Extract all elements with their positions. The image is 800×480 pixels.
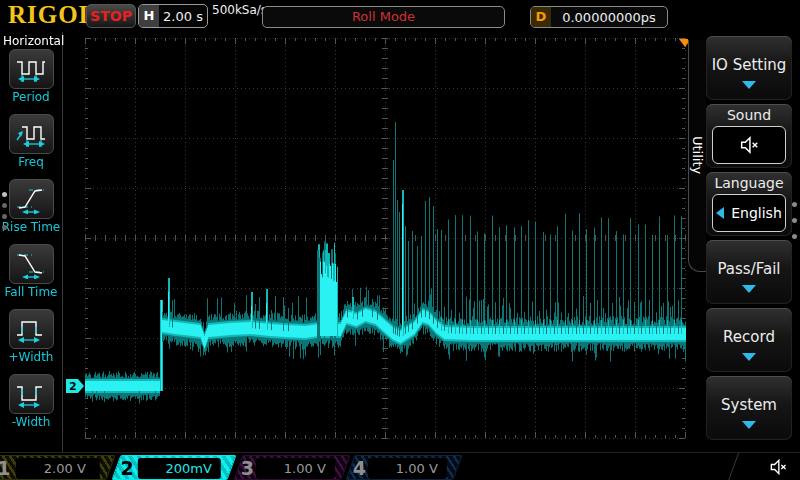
left-menu-title: Horizontal	[0, 32, 62, 49]
fall-time-icon	[9, 244, 54, 284]
channel-2-badge[interactable]: 2 200mV	[111, 455, 236, 480]
delay-box: D 0.00000000ps	[530, 6, 668, 28]
menu-item-label: Fall Time	[4, 285, 57, 299]
softkey-label: IO Setting	[706, 56, 792, 74]
page-dot	[792, 218, 797, 223]
softkey-pass-fail[interactable]: Pass/Fail	[706, 240, 792, 304]
horizontal-timebase-box: H 2.00 s	[138, 4, 208, 28]
plus-width-icon	[9, 309, 54, 349]
menu-item-label: Period	[12, 90, 49, 104]
channel-4-badge[interactable]: 4 1.00 V	[345, 455, 462, 480]
page-dot	[2, 214, 7, 219]
bottom-bar-divider	[728, 453, 739, 480]
channel-scale: 1.00 V	[284, 460, 326, 475]
sound-toggle-button[interactable]	[712, 126, 786, 164]
page-dot	[2, 203, 7, 208]
language-value: English	[731, 205, 782, 221]
softkey-label: Language	[706, 175, 792, 191]
channel-scale: 2.00 V	[44, 460, 86, 475]
softkey-label: System	[706, 396, 792, 414]
channel2-level-marker[interactable]: 2	[66, 378, 85, 394]
chevron-down-icon	[742, 421, 756, 429]
chevron-down-icon	[742, 81, 756, 89]
page-dot	[2, 192, 7, 197]
timebase-value: 2.00 s	[159, 9, 207, 24]
menu-item-label: -Width	[12, 415, 51, 429]
speaker-muted-icon	[768, 457, 788, 477]
left-menu-page-dots	[2, 192, 7, 230]
minus-width-icon	[9, 374, 54, 414]
freq-icon	[9, 114, 54, 154]
delay-value: 0.00000000ps	[551, 10, 667, 25]
channel-status-bar: 1 2.00 V 2 200mV 3 1.00 V	[0, 452, 800, 480]
chevron-down-icon	[742, 353, 756, 361]
waveform-display	[0, 0, 800, 480]
softkey-label: Pass/Fail	[706, 260, 792, 278]
run-state-badge: STOP	[86, 4, 136, 28]
softkey-io-setting[interactable]: IO Setting	[706, 36, 792, 100]
channel-scale-box: 2.00 V	[16, 457, 100, 478]
utility-menu: Utility IO Setting Sound Language	[688, 32, 800, 452]
channel-3-badge[interactable]: 3 1.00 V	[233, 455, 350, 480]
page-dot	[792, 202, 797, 207]
horizontal-measure-menu: Horizontal Period	[0, 32, 63, 452]
channel-scale: 200mV	[166, 460, 212, 475]
menu-item-freq[interactable]: Freq	[0, 114, 62, 179]
h-label: H	[139, 5, 159, 27]
rise-time-icon	[9, 179, 54, 219]
channel-number: 4	[351, 457, 368, 479]
channel-number: 1	[0, 457, 16, 479]
menu-item-label: Rise Time	[2, 220, 61, 234]
chevron-down-icon	[742, 285, 756, 293]
softkey-label: Record	[706, 328, 792, 346]
channel-scale-box: 1.00 V	[256, 457, 335, 478]
menu-item-plus-width[interactable]: +Width	[0, 309, 62, 374]
utility-page-dots	[792, 202, 797, 239]
page-dot	[792, 234, 797, 239]
menu-item-fall-time[interactable]: Fall Time	[0, 244, 62, 309]
menu-tab-utility: Utility	[688, 40, 706, 272]
channel-1-badge[interactable]: 1 2.00 V	[0, 455, 116, 480]
menu-item-label: +Width	[9, 350, 54, 364]
menu-item-minus-width[interactable]: -Width	[0, 374, 62, 439]
menu-item-label: Freq	[18, 155, 44, 169]
channel-number: 3	[239, 457, 256, 479]
speaker-muted-icon	[738, 134, 760, 156]
channel2-marker-label: 2	[69, 380, 77, 393]
rigol-logo: RIGOL	[8, 1, 96, 29]
softkey-language[interactable]: Language English	[706, 172, 792, 236]
softkey-buttons: IO Setting Sound Language English	[706, 36, 792, 440]
softkey-label: Sound	[706, 107, 792, 123]
menu-item-rise-time[interactable]: Rise Time	[0, 179, 62, 244]
acquisition-mode-box: Roll Mode	[262, 6, 505, 28]
period-icon	[9, 49, 54, 89]
softkey-sound[interactable]: Sound	[706, 104, 792, 168]
softkey-record[interactable]: Record	[706, 308, 792, 372]
channel-number: 2	[117, 457, 138, 479]
sample-rate-label: 500kSa/s	[212, 3, 267, 17]
channel-scale-box: 200mV	[138, 457, 221, 478]
top-status-bar: RIGOL STOP H 2.00 s 500kSa/s Roll Mode D…	[0, 0, 800, 32]
chevron-left-icon	[716, 207, 724, 219]
channel-scale: 1.00 V	[396, 460, 438, 475]
d-label: D	[531, 7, 551, 27]
channel-scale-box: 1.00 V	[368, 457, 447, 478]
softkey-system[interactable]: System	[706, 376, 792, 440]
oscilloscope-screen: 2 RIGOL STOP H 2.00 s 500kSa/s Roll Mode…	[0, 0, 800, 480]
page-dot	[2, 225, 7, 230]
language-select[interactable]: English	[712, 194, 786, 232]
menu-item-period[interactable]: Period	[0, 49, 62, 114]
